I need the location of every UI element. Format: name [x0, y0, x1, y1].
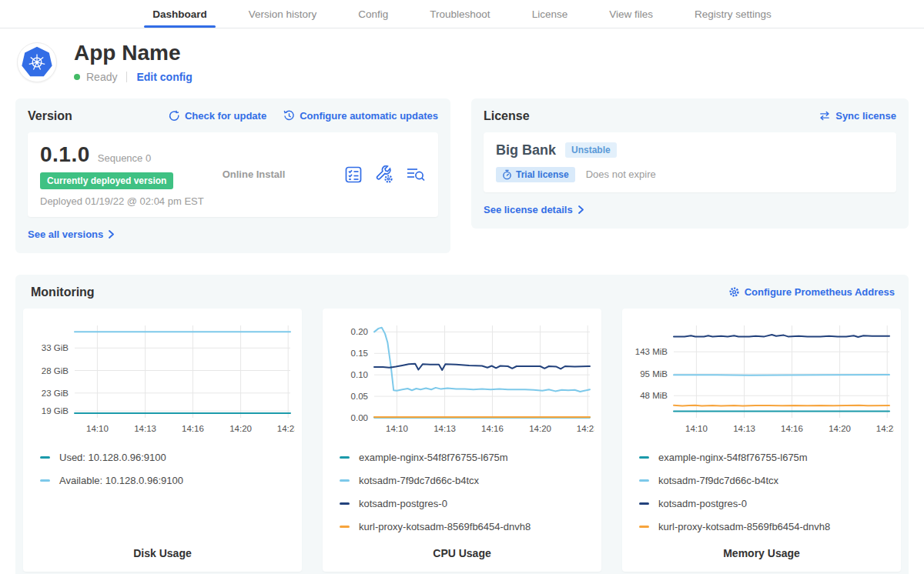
- chart-title: Memory Usage: [622, 538, 901, 559]
- legend-label: kotsadm-postgres-0: [658, 498, 747, 509]
- legend-dash-icon: [340, 479, 350, 482]
- version-number: 0.1.0: [40, 142, 90, 167]
- legend-dash-icon: [340, 456, 350, 459]
- charts-row: 19 GiB23 GiB28 GiB33 GiB14:1014:1314:161…: [23, 309, 901, 572]
- tab-dashboard[interactable]: Dashboard: [132, 0, 228, 28]
- license-card: License Sync license Big Bank Unstable: [471, 98, 909, 229]
- tab-license[interactable]: License: [511, 0, 589, 28]
- svg-text:14:23: 14:23: [577, 424, 594, 433]
- clock-refresh-icon: [283, 110, 295, 122]
- legend-dash-icon: [639, 479, 649, 482]
- configure-prometheus-label: Configure Prometheus Address: [745, 286, 895, 298]
- configure-automatic-updates-button[interactable]: Configure automatic updates: [283, 110, 438, 122]
- svg-text:14:16: 14:16: [781, 424, 803, 433]
- chart-title: CPU Usage: [323, 538, 601, 559]
- tab-view-files[interactable]: View files: [588, 0, 674, 28]
- svg-text:33 GiB: 33 GiB: [42, 343, 69, 352]
- legend-label: Used: 10.128.0.96:9100: [59, 452, 166, 463]
- svg-text:95 MiB: 95 MiB: [640, 369, 668, 379]
- license-expiry: Does not expire: [586, 169, 656, 180]
- channel-badge: Unstable: [565, 142, 617, 158]
- deployed-badge: Currently deployed version: [40, 172, 173, 189]
- preflight-checks-icon[interactable]: [344, 165, 363, 184]
- app-header: App Name Ready Edit config: [0, 28, 924, 98]
- see-license-details-link[interactable]: See license details: [484, 204, 584, 215]
- legend-dash-icon: [40, 456, 50, 459]
- app-name: App Name: [74, 42, 192, 65]
- legend-dash-icon: [639, 456, 649, 459]
- chevron-right-icon: [578, 205, 584, 214]
- cards-row: Version Check for update: [0, 98, 924, 253]
- tab-config[interactable]: Config: [337, 0, 409, 28]
- svg-text:0.15: 0.15: [351, 349, 368, 358]
- legend-item: kotsadm-postgres-0: [639, 498, 892, 509]
- legend-label: kurl-proxy-kotsadm-8569fb6454-dnvh8: [359, 521, 531, 532]
- monitoring-title: Monitoring: [31, 285, 95, 299]
- top-nav: DashboardVersion historyConfigTroublesho…: [0, 0, 924, 28]
- chart-plot: 0.000.050.100.150.2014:1014:1314:1614:20…: [330, 318, 594, 441]
- chart-legend: example-nginx-54f8f76755-l675mkotsadm-7f…: [323, 441, 601, 532]
- deployed-timestamp: Deployed 01/19/22 @ 02:04 pm EST: [40, 195, 204, 207]
- tab-label: Config: [358, 8, 388, 20]
- check-for-update-label: Check for update: [185, 110, 266, 122]
- view-logs-icon[interactable]: [406, 166, 426, 183]
- svg-text:0.05: 0.05: [351, 392, 368, 401]
- legend-item: kurl-proxy-kotsadm-8569fb6454-dnvh8: [639, 521, 892, 532]
- legend-item: example-nginx-54f8f76755-l675m: [340, 452, 592, 463]
- legend-item: kurl-proxy-kotsadm-8569fb6454-dnvh8: [340, 521, 592, 532]
- chart-plot: 48 MiB95 MiB143 MiB14:1014:1314:1614:201…: [629, 318, 894, 441]
- kubernetes-icon: [21, 46, 53, 78]
- config-wrench-icon[interactable]: [375, 165, 393, 184]
- customer-name: Big Bank: [496, 142, 556, 159]
- svg-text:14:23: 14:23: [876, 424, 894, 433]
- legend-dash-icon: [340, 526, 350, 528]
- svg-text:14:16: 14:16: [182, 424, 204, 433]
- version-sequence: Sequence 0: [98, 152, 151, 164]
- legend-dash-icon: [639, 502, 649, 505]
- legend-dash-icon: [639, 526, 649, 528]
- svg-text:0.20: 0.20: [351, 327, 368, 336]
- legend-item: example-nginx-54f8f76755-l675m: [639, 452, 892, 463]
- version-card: Version Check for update: [15, 98, 450, 253]
- chart-legend: Used: 10.128.0.96:9100Available: 10.128.…: [23, 441, 302, 486]
- check-for-update-button[interactable]: Check for update: [169, 110, 266, 122]
- trial-license-badge: Trial license: [496, 167, 575, 182]
- svg-text:14:10: 14:10: [685, 424, 708, 433]
- legend-label: kotsadm-7f9dc7d66c-b4tcx: [359, 475, 479, 486]
- sync-arrows-icon: [819, 110, 831, 122]
- sync-license-button[interactable]: Sync license: [819, 110, 896, 122]
- configure-prometheus-button[interactable]: Configure Prometheus Address: [728, 286, 895, 298]
- install-type-label: Online Install: [204, 169, 344, 180]
- legend-dash-icon: [40, 479, 50, 482]
- chevron-right-icon: [108, 230, 115, 239]
- sync-license-label: Sync license: [835, 110, 896, 122]
- tab-troubleshoot[interactable]: Troubleshoot: [409, 0, 511, 28]
- tab-label: License: [532, 8, 568, 20]
- svg-text:28 GiB: 28 GiB: [42, 365, 69, 375]
- see-all-versions-link[interactable]: See all versions: [28, 229, 115, 240]
- chart-title: Disk Usage: [23, 538, 302, 559]
- nav-tabs: DashboardVersion historyConfigTroublesho…: [132, 0, 792, 28]
- status-dot-icon: [74, 74, 80, 80]
- legend-item: kotsadm-postgres-0: [340, 498, 592, 509]
- tab-registry-settings[interactable]: Registry settings: [674, 0, 792, 28]
- legend-item: kotsadm-7f9dc7d66c-b4tcx: [340, 475, 592, 486]
- tab-label: Dashboard: [152, 8, 207, 20]
- tab-version-history[interactable]: Version history: [228, 0, 338, 28]
- monitoring-panel: Monitoring Configure Prometheus Address …: [15, 275, 909, 574]
- edit-config-link[interactable]: Edit config: [136, 71, 192, 83]
- svg-text:14:23: 14:23: [277, 424, 295, 433]
- chart-card-cpu-usage: 0.000.050.100.150.2014:1014:1314:1614:20…: [323, 309, 601, 572]
- tab-label: Troubleshoot: [430, 8, 490, 20]
- legend-label: Available: 10.128.0.96:9100: [59, 475, 183, 486]
- svg-text:14:13: 14:13: [733, 424, 755, 433]
- svg-text:14:20: 14:20: [829, 424, 851, 433]
- svg-text:14:13: 14:13: [434, 424, 456, 433]
- svg-text:23 GiB: 23 GiB: [42, 389, 69, 398]
- svg-text:0.10: 0.10: [351, 370, 368, 379]
- svg-text:48 MiB: 48 MiB: [640, 391, 668, 400]
- configure-automatic-updates-label: Configure automatic updates: [300, 110, 438, 122]
- license-card-title: License: [484, 109, 530, 123]
- legend-label: kurl-proxy-kotsadm-8569fb6454-dnvh8: [658, 521, 830, 532]
- license-panel: Big Bank Unstable Trial license Do: [484, 132, 896, 192]
